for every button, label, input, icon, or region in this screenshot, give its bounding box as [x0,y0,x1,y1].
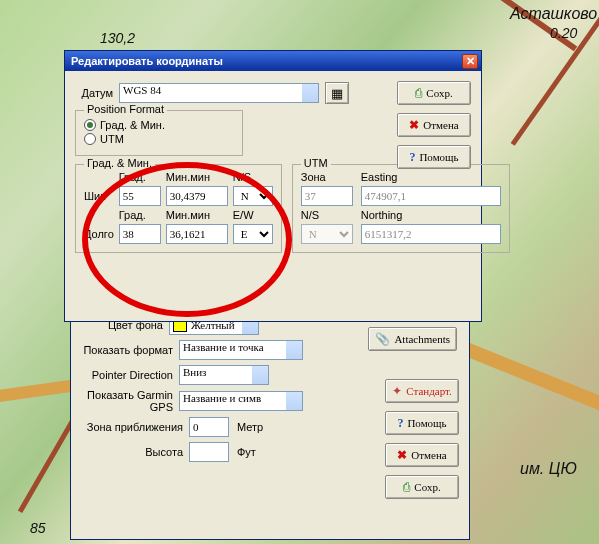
window-title: Редактировать координаты [71,55,223,67]
grid-icon: ▦ [331,86,343,101]
zoom-label: Зона приближения [81,421,189,433]
showgarmin-select[interactable]: Название и симв [179,391,303,411]
datum-picker-button[interactable]: ▦ [325,82,349,104]
easting-input [361,186,501,206]
map-town-label: Асташково [510,5,597,23]
radio-degmin[interactable]: Град. & Мин. [84,119,234,131]
map-road-label: им. ЦЮ [520,460,577,478]
zone-input [301,186,353,206]
lon-label: Долго [84,228,114,240]
utm-ns-label: N/S [301,209,353,221]
col-min: Мин.мин [166,171,228,183]
pointerdir-select[interactable]: Вниз [179,365,269,385]
showgarmin-label: Показать Garmin GPS [81,389,179,413]
lon-deg-input[interactable] [119,224,161,244]
col-ns: N/S [233,171,273,183]
map-elev-130: 130,2 [100,30,135,46]
lon-hemi-select[interactable]: E [233,224,273,244]
magic-wand-icon: ✦ [392,385,402,397]
northing-input [361,224,501,244]
posformat-legend: Position Format [84,103,167,115]
easting-label: Easting [361,171,501,183]
radio-utm[interactable]: UTM [84,133,234,145]
titlebar[interactable]: Редактировать координаты ✕ [65,51,481,71]
col-ew: E/W [233,209,273,221]
radio-off-icon [84,133,96,145]
map-elev-85: 85 [30,520,46,536]
save-button-back[interactable]: ⎙ Сохр. [385,475,459,499]
northing-label: Northing [361,209,501,221]
save-icon: ⎙ [415,87,422,99]
zone-label: Зона [301,171,353,183]
lat-deg-input[interactable] [119,186,161,206]
help-button-back[interactable]: ? Помощь [385,411,459,435]
datum-label: Датум [75,87,119,99]
pointerdir-label: Pointer Direction [81,369,179,381]
question-icon: ? [397,417,403,429]
degmin-legend: Град. & Мин. [84,157,155,169]
close-button[interactable]: ✕ [462,54,478,69]
attachments-button[interactable]: 📎 Attachments [368,327,457,351]
cancel-button[interactable]: ✖ Отмена [397,113,471,137]
utm-legend: UTM [301,157,331,169]
save-icon: ⎙ [403,481,410,493]
utm-ns-select: N [301,224,353,244]
map-elev-020: 0.20 [550,25,577,41]
alt-input[interactable] [189,442,229,462]
x-icon: ✖ [409,119,419,131]
showformat-label: Показать формат [81,344,179,356]
cancel-button-back[interactable]: ✖ Отмена [385,443,459,467]
lon-min-input[interactable] [166,224,228,244]
showformat-select[interactable]: Название и точка [179,340,303,360]
zoom-input[interactable] [189,417,229,437]
zoom-unit: Метр [229,421,263,433]
save-button[interactable]: ⎙ Сохр. [397,81,471,105]
attachments-label: Attachments [394,333,450,345]
defaults-button[interactable]: ✦ Стандарт. [385,379,459,403]
lat-hemi-select[interactable]: N [233,186,273,206]
x-icon: ✖ [397,449,407,461]
coord-editor-window: Редактировать координаты ✕ Датум WGS 84 … [64,50,482,322]
paperclip-icon: 📎 [375,333,390,345]
question-icon: ? [409,151,415,163]
close-icon: ✕ [466,56,475,67]
lat-min-input[interactable] [166,186,228,206]
help-button[interactable]: ? Помощь [397,145,471,169]
lat-label: Шир [84,190,114,202]
alt-unit: Фут [229,446,256,458]
alt-label: Высота [81,446,189,458]
col-deg: Град. [119,171,161,183]
radio-on-icon [84,119,96,131]
datum-select[interactable]: WGS 84 [119,83,319,103]
